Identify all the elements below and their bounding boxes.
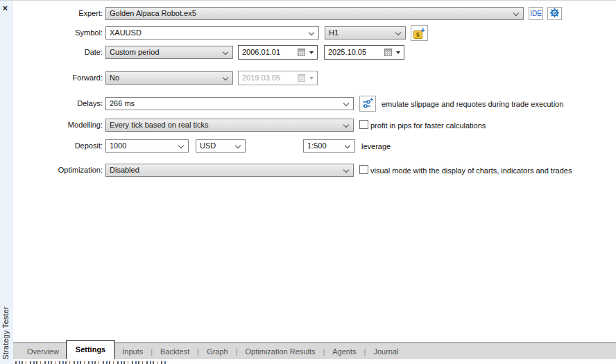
tab-overview[interactable]: Overview bbox=[20, 344, 66, 359]
panel-title: Strategy Tester bbox=[1, 306, 10, 360]
period-select[interactable]: H1 bbox=[325, 26, 406, 40]
tab-bar: Overview Settings Inputs | Backtest | Gr… bbox=[13, 343, 616, 359]
forward-date-picker: 2019.03.05 bbox=[238, 71, 318, 85]
tab-optimization-results[interactable]: Optimization Results bbox=[239, 344, 323, 359]
plus-glyph: + bbox=[421, 26, 425, 33]
strategy-tester-panel: { "window": { "close_glyph": "×", "panel… bbox=[0, 0, 616, 364]
tab-label: Settings bbox=[76, 345, 105, 354]
forward-date-value: 2019.03.05 bbox=[242, 71, 280, 85]
date-from-value: 2006.01.01 bbox=[242, 46, 280, 59]
chevron-down-icon bbox=[309, 30, 314, 35]
chevron-down-icon bbox=[343, 101, 349, 106]
sliders-icon bbox=[362, 98, 373, 110]
deposit-currency-select[interactable]: USD bbox=[196, 139, 246, 153]
date-range-select[interactable]: Custom period bbox=[105, 46, 233, 59]
open-chart-button[interactable]: $ + bbox=[411, 25, 428, 41]
modelling-select[interactable]: Every tick based on real ticks bbox=[105, 119, 354, 132]
dropdown-arrow-icon bbox=[309, 77, 314, 80]
deposit-amount-value: 1000 bbox=[110, 140, 174, 152]
tab-inputs[interactable]: Inputs bbox=[115, 344, 150, 359]
optimization-value: Disabled bbox=[110, 164, 339, 176]
leverage-select[interactable]: 1:500 bbox=[303, 139, 355, 153]
expert-value: Golden Alpaca Robot.ex5 bbox=[110, 8, 509, 19]
delays-hint: emulate slippage and requotes during tra… bbox=[382, 100, 563, 109]
delays-label: Delays: bbox=[14, 97, 103, 110]
calendar-icon bbox=[298, 74, 305, 82]
forward-label: Forward: bbox=[14, 71, 103, 85]
deposit-currency-value: USD bbox=[200, 140, 231, 152]
chevron-down-icon bbox=[343, 167, 349, 173]
chevron-down-icon bbox=[223, 49, 228, 55]
tab-separator: | bbox=[197, 347, 199, 356]
expert-select[interactable]: Golden Alpaca Robot.ex5 bbox=[105, 7, 524, 20]
tab-label: Backtest bbox=[160, 347, 189, 356]
leverage-value: 1:500 bbox=[307, 140, 341, 152]
chevron-down-icon bbox=[223, 75, 228, 80]
forward-value: No bbox=[110, 72, 219, 84]
chevron-down-icon bbox=[235, 143, 241, 148]
dropdown-arrow-icon bbox=[396, 51, 400, 54]
chevron-down-icon bbox=[395, 30, 401, 35]
new-chart-icon: $ + bbox=[413, 28, 425, 39]
optimization-select[interactable]: Disabled bbox=[105, 164, 354, 177]
tab-separator: | bbox=[151, 347, 153, 356]
tab-backtest[interactable]: Backtest bbox=[153, 344, 196, 359]
symbol-label: Symbol: bbox=[14, 26, 103, 40]
date-to-picker[interactable]: 2025.10.05 bbox=[324, 45, 404, 60]
profit-in-pips-checkbox[interactable] bbox=[359, 120, 368, 129]
tab-separator: | bbox=[323, 347, 325, 356]
clipped-status-text bbox=[15, 361, 166, 364]
dropdown-arrow-icon bbox=[309, 51, 314, 54]
tab-graph[interactable]: Graph bbox=[200, 344, 235, 359]
tab-label: Agents bbox=[332, 347, 356, 356]
tab-separator: | bbox=[364, 347, 366, 356]
date-to-value: 2025.10.05 bbox=[328, 46, 366, 59]
symbol-select[interactable]: XAUUSD bbox=[105, 26, 319, 40]
delays-settings-button[interactable] bbox=[359, 96, 376, 112]
leverage-label: leverage bbox=[361, 142, 391, 151]
modelling-value: Every tick based on real ticks bbox=[110, 119, 339, 131]
tab-label: Graph bbox=[207, 347, 228, 356]
profit-in-pips-label: profit in pips for faster calculations bbox=[370, 121, 486, 130]
tab-label: Journal bbox=[373, 347, 398, 356]
delays-value: 266 ms bbox=[110, 98, 339, 110]
expert-label: Expert: bbox=[14, 7, 103, 20]
chevron-down-icon bbox=[345, 143, 350, 148]
expert-properties-button[interactable] bbox=[547, 7, 562, 20]
tab-journal[interactable]: Journal bbox=[366, 344, 405, 359]
modelling-label: Modelling: bbox=[14, 119, 103, 132]
tab-separator: | bbox=[236, 347, 238, 356]
optimization-label: Optimization: bbox=[14, 164, 103, 177]
symbol-value: XAUUSD bbox=[110, 27, 305, 39]
calendar-icon bbox=[384, 49, 392, 56]
deposit-label: Deposit: bbox=[14, 139, 103, 153]
date-label: Date: bbox=[14, 46, 103, 59]
tab-label: Optimization Results bbox=[246, 347, 316, 356]
delays-select[interactable]: 266 ms bbox=[105, 97, 354, 110]
chevron-down-icon bbox=[178, 143, 184, 148]
deposit-amount-select[interactable]: 1000 bbox=[105, 139, 189, 153]
tab-label: Inputs bbox=[122, 347, 143, 356]
gear-icon bbox=[549, 8, 560, 19]
ide-button[interactable]: IDE bbox=[529, 7, 543, 20]
forward-select[interactable]: No bbox=[105, 71, 233, 85]
visual-mode-label: visual mode with the display of charts, … bbox=[370, 166, 572, 175]
chevron-down-icon bbox=[343, 122, 349, 128]
tab-agents[interactable]: Agents bbox=[325, 344, 363, 359]
tab-settings[interactable]: Settings bbox=[66, 340, 115, 359]
status-strip bbox=[13, 359, 616, 364]
dock-sidebar: × Strategy Tester bbox=[0, 1, 13, 364]
tab-label: Overview bbox=[27, 347, 59, 356]
visual-mode-checkbox[interactable] bbox=[359, 165, 368, 174]
date-from-picker[interactable]: 2006.01.01 bbox=[238, 45, 318, 60]
period-value: H1 bbox=[329, 27, 391, 39]
date-range-value: Custom period bbox=[110, 46, 219, 58]
chevron-down-icon bbox=[513, 10, 519, 16]
close-icon[interactable]: × bbox=[3, 4, 8, 12]
calendar-icon bbox=[298, 49, 305, 56]
